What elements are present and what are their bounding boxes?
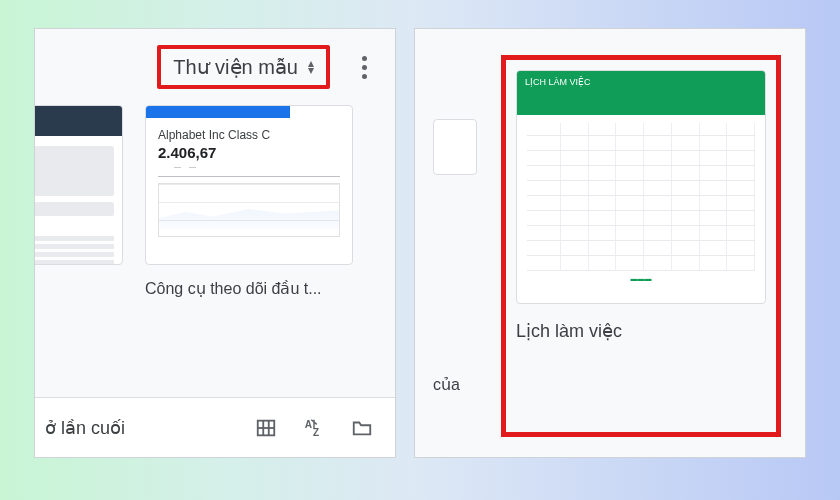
right-panel: của LỊCH LÀM VIỆC xyxy=(414,28,806,458)
template-card[interactable]: +50% 500 T ▬▬▬ hàng tháng xyxy=(34,105,123,298)
expand-icon: ▴▾ xyxy=(308,60,314,74)
selected-template[interactable]: LỊCH LÀM VIỆC ▬▬▬ xyxy=(501,55,781,437)
template-thumbnail: LỊCH LÀM VIỆC ▬▬▬ xyxy=(516,70,766,304)
template-card[interactable]: Alphabet Inc Class C 2.406,67 — — Công c… xyxy=(145,105,353,298)
partial-template-column: của xyxy=(433,55,477,437)
template-caption: của xyxy=(433,375,477,394)
left-header: Thư viện mẫu ▴▾ xyxy=(35,29,395,99)
left-panel: Thư viện mẫu ▴▾ +50% 500 T ▬▬▬ xyxy=(34,28,396,458)
template-thumbnail: Alphabet Inc Class C 2.406,67 — — xyxy=(145,105,353,265)
grid-view-icon[interactable] xyxy=(255,417,277,439)
folder-icon[interactable] xyxy=(351,417,373,439)
more-options-button[interactable] xyxy=(358,52,371,83)
template-caption: Lịch làm việc xyxy=(516,320,766,342)
template-caption: Công cụ theo dõi đầu t... xyxy=(145,279,353,298)
left-footer-bar: ở lần cuối AZ xyxy=(35,397,395,457)
sort-az-icon[interactable]: AZ xyxy=(303,417,325,439)
template-thumbnail: +50% 500 T ▬▬▬ xyxy=(34,105,123,265)
template-gallery-button[interactable]: Thư viện mẫu ▴▾ xyxy=(157,45,330,89)
templates-row: +50% 500 T ▬▬▬ hàng tháng Alphabet Inc C… xyxy=(34,99,395,298)
schedule-header: LỊCH LÀM VIỆC xyxy=(517,71,765,115)
template-caption: hàng tháng xyxy=(34,279,123,297)
template-thumbnail[interactable] xyxy=(433,119,477,175)
sort-label: ở lần cuối xyxy=(45,417,125,439)
template-gallery-label: Thư viện mẫu xyxy=(173,55,298,79)
